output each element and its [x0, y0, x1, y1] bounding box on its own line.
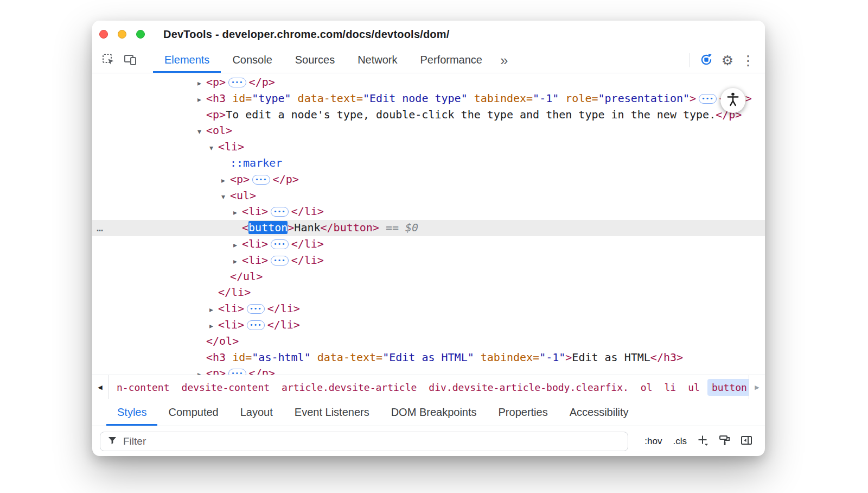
tab-computed[interactable]: Computed: [157, 399, 229, 426]
inspect-icon: [101, 52, 116, 69]
breadcrumb-item[interactable]: ol: [636, 379, 657, 396]
more-panels-button[interactable]: »: [494, 49, 514, 71]
disclosure-arrow-closed-icon[interactable]: ▸: [221, 173, 230, 189]
tree-line[interactable]: ▸<p>•••</p>: [92, 74, 765, 91]
element-classes-button[interactable]: .cls: [669, 433, 692, 450]
tab-layout[interactable]: Layout: [229, 399, 284, 426]
tab-elements[interactable]: Elements: [153, 48, 221, 73]
code-attr: tabindex: [468, 92, 526, 105]
code-tag: <ol>: [206, 124, 232, 137]
main-toolbar: ElementsConsoleSourcesNetworkPerformance…: [92, 48, 765, 73]
tab-performance[interactable]: Performance: [409, 48, 494, 73]
tree-line[interactable]: <p>To edit a node's type, double-click t…: [92, 107, 765, 123]
disclosure-arrow-closed-icon[interactable]: ▸: [209, 302, 218, 318]
breadcrumb-item[interactable]: div.devsite-article-body.clearfix.: [424, 379, 633, 396]
tree-line[interactable]: ▾<ul>: [92, 188, 765, 204]
breadcrumb-scroll-right-button[interactable]: ▶: [749, 375, 765, 399]
collapsed-content-button[interactable]: •••: [247, 304, 264, 314]
collapsed-content-button[interactable]: •••: [252, 175, 270, 185]
accessibility-overlay-badge[interactable]: [720, 88, 745, 113]
code-tag: <p>: [206, 366, 226, 375]
tree-line[interactable]: ▸<li>•••</li>: [92, 317, 765, 333]
breadcrumb-item[interactable]: ul: [684, 379, 704, 396]
code-tag: >: [690, 92, 696, 105]
paint-roller-icon: [718, 434, 731, 448]
disclosure-arrow-closed-icon[interactable]: ▸: [233, 237, 242, 254]
breadcrumb-item[interactable]: button: [707, 379, 749, 396]
code-tag: </li>: [291, 237, 324, 250]
tree-line[interactable]: </ol>: [92, 333, 765, 350]
tree-line[interactable]: ▾<li>: [92, 139, 765, 155]
kebab-menu-icon: ⋮: [742, 53, 755, 68]
tree-line[interactable]: </ul>: [92, 269, 765, 285]
row-overflow-menu[interactable]: …: [97, 220, 103, 236]
collapsed-content-button[interactable]: •••: [271, 239, 288, 249]
tree-line[interactable]: ::marker: [92, 155, 765, 172]
disclosure-arrow-closed-icon[interactable]: ▸: [197, 366, 206, 375]
breadcrumb-item[interactable]: devsite-content: [177, 379, 275, 396]
tree-line[interactable]: ▸<li>•••</li>: [92, 252, 765, 269]
collapsed-content-button[interactable]: •••: [228, 369, 246, 375]
new-style-rule-button[interactable]: [693, 432, 713, 451]
tree-line[interactable]: ▸<li>•••</li>: [92, 204, 765, 220]
tree-line-selected[interactable]: …<button>Hank</button> == $0: [92, 220, 765, 236]
collapsed-content-button[interactable]: •••: [271, 256, 288, 266]
reload-button[interactable]: [695, 49, 717, 71]
disclosure-arrow-closed-icon[interactable]: ▸: [233, 254, 242, 270]
code-op: =: [591, 92, 598, 105]
breadcrumb-scroll-left-button[interactable]: ◀: [92, 375, 108, 399]
disclosure-arrow-closed-icon[interactable]: ▸: [209, 318, 218, 334]
tab-network[interactable]: Network: [346, 48, 409, 73]
settings-button[interactable]: ⚙: [717, 50, 738, 71]
tree-line[interactable]: ▾<ol>: [92, 123, 765, 139]
disclosure-arrow-open-icon[interactable]: ▾: [221, 189, 230, 205]
breadcrumb-item[interactable]: article.devsite-article: [277, 379, 421, 396]
collapsed-content-button[interactable]: •••: [247, 320, 264, 330]
tab-sources[interactable]: Sources: [284, 48, 346, 73]
code-val: "type": [252, 92, 291, 105]
breadcrumb-item[interactable]: n-content: [112, 379, 174, 396]
tree-line[interactable]: </li>: [92, 285, 765, 301]
disclosure-arrow-closed-icon[interactable]: ▸: [197, 75, 206, 92]
code-tag: </button>: [321, 221, 379, 234]
tree-line[interactable]: ▸<li>•••</li>: [92, 301, 765, 317]
tab-event-listeners[interactable]: Event Listeners: [284, 399, 380, 426]
style-filter-field[interactable]: [100, 432, 628, 451]
tab-console[interactable]: Console: [221, 48, 283, 73]
inspect-element-button[interactable]: [98, 49, 119, 71]
toolbar-divider: [690, 53, 690, 67]
toggle-element-state-button[interactable]: :hov: [640, 433, 666, 450]
code-val: "Edit node type": [363, 92, 468, 105]
disclosure-arrow-open-icon[interactable]: ▾: [197, 124, 206, 140]
collapsed-content-button[interactable]: •••: [228, 78, 246, 87]
code-tag: <ul>: [230, 189, 256, 202]
tree-line[interactable]: ▸<p>•••</p>: [92, 365, 765, 375]
style-filter-input[interactable]: [123, 435, 621, 447]
collapsed-content-button[interactable]: •••: [699, 94, 716, 104]
rendering-emulation-button[interactable]: [715, 432, 735, 451]
tab-properties[interactable]: Properties: [488, 399, 559, 426]
collapsed-content-button[interactable]: •••: [271, 207, 288, 217]
tree-line[interactable]: <h3 id="as-html" data-text="Edit as HTML…: [92, 350, 765, 366]
tree-line[interactable]: ▸<p>•••</p>: [92, 172, 765, 188]
code-val: "Edit as HTML": [382, 351, 474, 364]
breadcrumb-item[interactable]: li: [660, 379, 681, 396]
code-attr: id: [226, 92, 245, 105]
tab-styles[interactable]: Styles: [106, 399, 157, 426]
customize-devtools-button[interactable]: ⋮: [738, 50, 758, 71]
tree-line[interactable]: ▸<h3 id="type" data-text="Edit node type…: [92, 91, 765, 107]
minimize-button[interactable]: [118, 30, 126, 39]
disclosure-arrow-open-icon[interactable]: ▾: [209, 140, 218, 156]
funnel-icon: [107, 435, 118, 448]
device-toolbar-button[interactable]: [119, 49, 141, 71]
disclosure-arrow-closed-icon[interactable]: ▸: [197, 92, 206, 108]
tab-accessibility[interactable]: Accessibility: [559, 399, 640, 426]
disclosure-arrow-closed-icon[interactable]: ▸: [233, 205, 242, 221]
tree-line[interactable]: ▸<li>•••</li>: [92, 236, 765, 252]
code-text: Edit as HTML: [572, 351, 650, 364]
fullscreen-button[interactable]: [136, 30, 145, 39]
tab-dom-breakpoints[interactable]: DOM Breakpoints: [380, 399, 488, 426]
toggle-sidebar-button[interactable]: [737, 432, 756, 451]
code-tag: <p>: [206, 108, 226, 121]
close-button[interactable]: [99, 30, 108, 39]
